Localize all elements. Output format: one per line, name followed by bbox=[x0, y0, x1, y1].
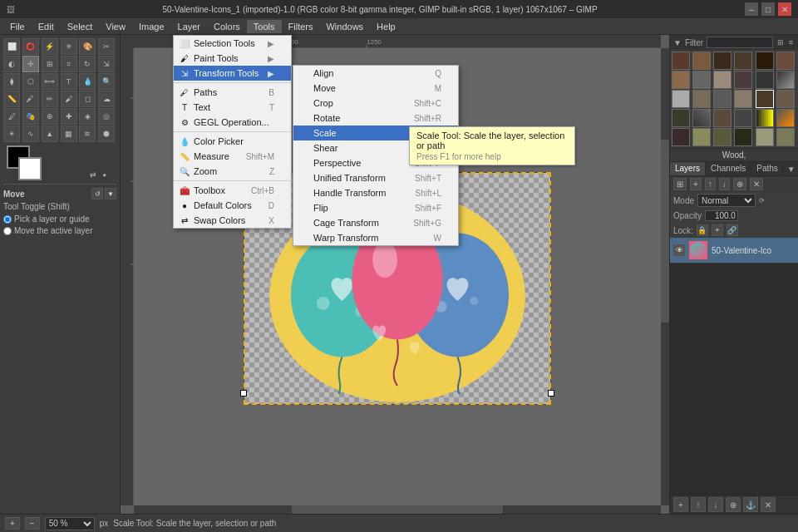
selection-tools-item[interactable]: ⬜ Selection Tools ▶ bbox=[174, 36, 291, 51]
mode-chevron[interactable]: ⟳ bbox=[759, 197, 765, 204]
brush-item[interactable] bbox=[756, 128, 774, 146]
tool-rotate[interactable]: ↻ bbox=[79, 56, 96, 72]
paint-tools-item[interactable]: 🖌 Paint Tools ▶ bbox=[174, 51, 291, 66]
tool-free-select[interactable]: ⚡ bbox=[42, 38, 58, 55]
tool-move[interactable]: ✛ bbox=[22, 56, 39, 72]
brush-item[interactable] bbox=[776, 90, 795, 108]
tool-eraser[interactable]: ◻ bbox=[79, 91, 96, 107]
brush-item[interactable] bbox=[776, 52, 795, 70]
brush-item[interactable] bbox=[776, 71, 795, 89]
duplicate-layer-footer-btn[interactable]: ⊕ bbox=[726, 497, 741, 512]
tool-flip[interactable]: ⟺ bbox=[42, 73, 58, 90]
handle-bl[interactable] bbox=[240, 390, 247, 397]
tool-cage[interactable]: ⬢ bbox=[98, 126, 115, 142]
menu-edit[interactable]: Edit bbox=[32, 20, 61, 33]
tool-blur[interactable]: ◎ bbox=[98, 108, 115, 125]
tool-perspective-clone[interactable]: ◈ bbox=[79, 108, 96, 125]
zoom-in-button[interactable]: + bbox=[5, 517, 20, 530]
menu-select[interactable]: Select bbox=[61, 20, 100, 33]
menu-layer[interactable]: Layer bbox=[171, 20, 208, 33]
brush-item[interactable] bbox=[672, 71, 690, 89]
tool-measure[interactable]: 📏 bbox=[3, 91, 20, 107]
swap-colors-item[interactable]: ⇄ Swap Colors X bbox=[174, 213, 291, 228]
raise-layer-button[interactable]: ↑ bbox=[705, 178, 716, 190]
tab-layers[interactable]: Layers bbox=[670, 162, 706, 175]
menu-file[interactable]: File bbox=[3, 20, 32, 33]
opacity-value[interactable]: 100.0 bbox=[705, 210, 738, 221]
scrollbar-right[interactable] bbox=[661, 48, 669, 505]
layer-visibility-toggle[interactable]: 👁 bbox=[673, 244, 685, 256]
tools-menu-dropdown[interactable]: ⬜ Selection Tools ▶ 🖌 Paint Tools ▶ ⇲ Tr… bbox=[173, 35, 292, 229]
toolbox-item[interactable]: 🧰 Toolbox Ctrl+B bbox=[174, 183, 291, 198]
mode-select[interactable]: Normal Multiply Screen bbox=[697, 194, 756, 207]
brush-item[interactable] bbox=[756, 109, 774, 127]
tool-pencil[interactable]: ✏ bbox=[42, 91, 58, 107]
tool-warp[interactable]: ≋ bbox=[79, 126, 96, 142]
brush-item[interactable] bbox=[776, 109, 795, 127]
brush-item[interactable] bbox=[734, 128, 752, 146]
new-layer-footer-btn[interactable]: + bbox=[673, 497, 688, 512]
tool-gradient[interactable]: ▦ bbox=[61, 126, 77, 142]
zoom-out-button[interactable]: − bbox=[25, 517, 40, 530]
brush-item[interactable] bbox=[672, 109, 690, 127]
text-item[interactable]: T Text T bbox=[174, 100, 291, 115]
tool-align[interactable]: ⊞ bbox=[42, 56, 58, 72]
brush-grid-view[interactable]: ⊞ bbox=[776, 37, 786, 47]
tool-colorpicker[interactable]: 💧 bbox=[79, 73, 96, 90]
brush-item[interactable] bbox=[734, 52, 752, 70]
delete-layer-button[interactable]: ✕ bbox=[750, 178, 763, 190]
brush-item[interactable] bbox=[713, 109, 732, 127]
lock-position[interactable]: + bbox=[712, 224, 723, 236]
default-colors-icon[interactable]: ● bbox=[102, 171, 106, 179]
tool-paintbrush[interactable]: 🖌 bbox=[61, 91, 77, 107]
menu-tools[interactable]: Tools bbox=[247, 20, 282, 33]
background-color[interactable] bbox=[18, 157, 42, 180]
brush-search-input[interactable] bbox=[707, 37, 773, 48]
duplicate-layer-button[interactable]: ⊕ bbox=[733, 178, 746, 190]
swap-colors-icon[interactable]: ⇄ bbox=[90, 170, 96, 179]
handle-br[interactable] bbox=[548, 390, 554, 397]
tool-foreground-select[interactable]: ◐ bbox=[3, 56, 20, 72]
tool-crop[interactable]: ⌗ bbox=[61, 56, 77, 72]
brushes-arrow-icon[interactable]: ▼ bbox=[673, 38, 682, 47]
tab-paths[interactable]: Paths bbox=[751, 162, 784, 175]
scrollbar-bottom[interactable] bbox=[134, 505, 661, 514]
tab-channels[interactable]: Channels bbox=[706, 162, 751, 175]
tool-ink[interactable]: 🖊 bbox=[3, 108, 20, 125]
brush-item[interactable] bbox=[672, 90, 690, 108]
layers-panel-arrow[interactable]: ▼ bbox=[787, 165, 796, 174]
tool-mypaint[interactable]: 🎭 bbox=[22, 108, 39, 125]
tool-scissors[interactable]: ✂ bbox=[98, 38, 115, 55]
lower-layer-footer-btn[interactable]: ↓ bbox=[708, 497, 723, 512]
tool-fuzzy-select[interactable]: ✳ bbox=[61, 38, 77, 55]
tool-airbrush[interactable]: ☁ bbox=[98, 91, 115, 107]
brush-item[interactable] bbox=[672, 128, 690, 146]
close-button[interactable]: ✕ bbox=[778, 2, 791, 16]
brush-item[interactable] bbox=[713, 52, 732, 70]
colorpicker-item[interactable]: 💧 Color Picker bbox=[174, 134, 291, 149]
menu-colors[interactable]: Colors bbox=[207, 20, 247, 33]
brush-item[interactable] bbox=[713, 90, 732, 108]
tool-options-reset[interactable]: ↺ bbox=[91, 188, 103, 200]
tool-dodge-burn[interactable]: ☀ bbox=[3, 126, 20, 142]
lock-pixels[interactable]: 🔒 bbox=[697, 224, 708, 236]
brush-item[interactable] bbox=[734, 90, 752, 108]
lower-layer-button[interactable]: ↓ bbox=[719, 178, 730, 190]
zoom-select[interactable]: 50 % 25 % 100 % bbox=[45, 517, 95, 530]
menu-windows[interactable]: Windows bbox=[319, 20, 370, 33]
brush-item[interactable] bbox=[756, 71, 774, 89]
tool-clone[interactable]: ⊕ bbox=[42, 108, 58, 125]
brush-item[interactable] bbox=[672, 52, 690, 70]
handle-tr[interactable] bbox=[548, 157, 554, 164]
menu-view[interactable]: View bbox=[99, 20, 132, 33]
pick-layer-radio[interactable] bbox=[3, 215, 12, 224]
brush-item[interactable] bbox=[692, 52, 711, 70]
brush-item[interactable] bbox=[734, 71, 752, 89]
tool-zoom[interactable]: 🔍 bbox=[98, 73, 115, 90]
brush-item[interactable] bbox=[692, 128, 711, 146]
tool-perspective[interactable]: ⬡ bbox=[22, 73, 39, 90]
anchor-layer-btn[interactable]: ⚓ bbox=[743, 497, 758, 512]
paths-item[interactable]: 🖋 Paths B bbox=[174, 85, 291, 100]
layer-item[interactable]: 👁 50-Valentine-Ico bbox=[670, 238, 798, 264]
brush-item-selected[interactable] bbox=[756, 90, 774, 108]
